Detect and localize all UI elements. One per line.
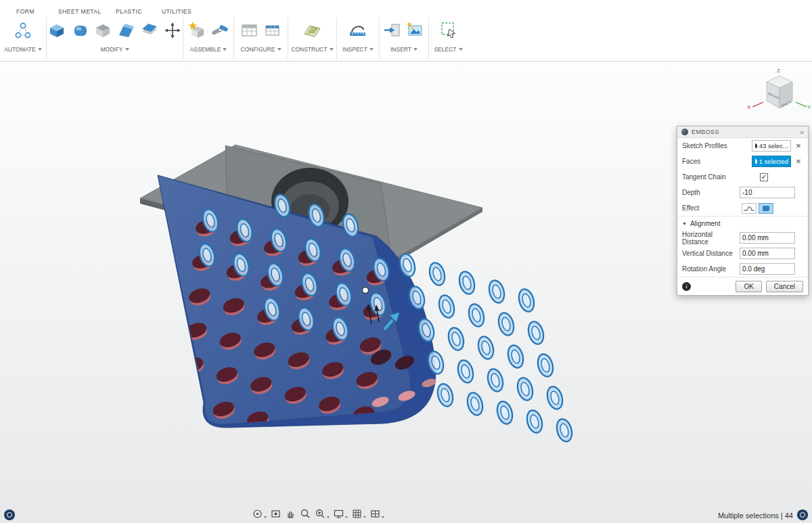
info-icon[interactable]: i	[682, 282, 691, 291]
group-select: SELECT	[428, 18, 468, 60]
rotation-angle-input[interactable]	[740, 263, 795, 275]
thicken-button[interactable]	[139, 20, 160, 43]
insert-menu[interactable]: INSERT	[390, 46, 418, 53]
sketch-profile[interactable]	[476, 335, 496, 361]
grid-icon	[351, 508, 363, 520]
automate-button[interactable]	[12, 20, 34, 43]
fillet-button[interactable]	[70, 20, 91, 43]
cursor-icon	[754, 158, 757, 165]
alignment-section-header[interactable]: ▼ Alignment	[677, 216, 808, 230]
construct-menu[interactable]: CONSTRUCT	[291, 46, 333, 53]
dropdown-caret-icon	[330, 48, 334, 51]
press-pull-button[interactable]	[47, 20, 68, 43]
look-at-button[interactable]	[269, 507, 282, 520]
pan-button[interactable]	[284, 507, 297, 520]
automate-menu[interactable]: AUTOMATE	[4, 46, 41, 53]
sketch-profile[interactable]	[535, 353, 556, 378]
modify-menu[interactable]: MODIFY	[100, 46, 129, 53]
horizontal-distance-input[interactable]	[740, 232, 795, 244]
measure-button[interactable]	[347, 20, 369, 43]
orbit-button[interactable]	[251, 507, 267, 520]
zoom-button[interactable]	[299, 507, 312, 520]
sketch-profile[interactable]	[495, 400, 515, 426]
ok-button[interactable]: OK	[736, 281, 761, 292]
sketch-profile[interactable]	[455, 359, 476, 384]
joint-button[interactable]	[209, 20, 231, 43]
sketch-profile[interactable]	[524, 409, 545, 434]
configure-table-icon	[240, 20, 260, 41]
inspect-menu[interactable]: INSPECT	[342, 46, 374, 53]
sketch-profiles-clear-button[interactable]: ✕	[794, 142, 803, 150]
canvas-image-button[interactable]	[405, 20, 426, 43]
effect-emboss-button[interactable]	[742, 203, 757, 214]
emboss-dialog: EMBOSS » Sketch Profiles 43 selec... ✕ F…	[677, 126, 809, 296]
dropdown-caret-icon	[264, 516, 267, 518]
alignment-label: Alignment	[690, 220, 720, 227]
job-status-badge[interactable]	[4, 509, 15, 520]
vertical-distance-input[interactable]	[740, 248, 795, 259]
dropdown-caret-icon	[363, 516, 366, 518]
depth-input[interactable]	[740, 187, 795, 198]
sketch-profile[interactable]	[505, 344, 526, 369]
display-settings-button[interactable]	[332, 507, 348, 520]
new-component-button[interactable]	[186, 20, 208, 43]
sketch-profile[interactable]	[554, 417, 574, 443]
tangent-chain-row: Tangent Chain ✓	[677, 169, 808, 185]
select-menu[interactable]: SELECT	[434, 46, 462, 53]
sketch-profile[interactable]	[526, 320, 546, 346]
emboss-command-icon	[681, 129, 688, 135]
sketch-profile[interactable]	[465, 391, 485, 417]
sketch-profile[interactable]	[545, 385, 565, 411]
sketch-profile[interactable]	[485, 367, 505, 393]
select-button[interactable]	[438, 20, 459, 43]
sketch-profiles-selection-button[interactable]: 43 selec...	[752, 140, 791, 152]
manipulator-origin-handle[interactable]	[363, 288, 369, 294]
configure-menu[interactable]: CONFIGURE	[241, 46, 281, 53]
automate-icon	[13, 20, 33, 41]
hole	[177, 390, 202, 412]
user-icon	[800, 512, 805, 518]
tab-utilities[interactable]: UTILITIES	[162, 8, 191, 15]
sketch-profile[interactable]	[436, 294, 457, 319]
dropdown-caret-icon	[382, 516, 384, 518]
move-copy-button[interactable]	[162, 20, 183, 43]
sketch-profile[interactable]	[435, 382, 455, 408]
insert-button[interactable]	[382, 20, 403, 43]
tab-sheet-metal[interactable]: SHEET METAL	[58, 8, 102, 15]
configure-table-button[interactable]	[239, 20, 261, 43]
faces-clear-button[interactable]: ✕	[794, 158, 803, 165]
viewports-button[interactable]	[369, 507, 385, 520]
sketch-profile[interactable]	[496, 311, 516, 337]
sketch-profile[interactable]	[487, 279, 507, 304]
joint-icon	[210, 20, 230, 41]
tangent-chain-label: Tangent Chain	[682, 173, 760, 181]
configure-features-icon	[263, 20, 283, 41]
faces-selection-button[interactable]: 1 selected	[752, 156, 791, 167]
configure-features-button[interactable]	[262, 20, 284, 43]
fusion-window: FORM SHEET METAL PLASTIC UTILITIES	[0, 0, 812, 523]
fit-button[interactable]	[314, 507, 330, 520]
depth-row: Depth	[677, 185, 808, 200]
dialog-expand-icon[interactable]: »	[800, 129, 804, 136]
group-insert: INSERT	[379, 18, 428, 60]
effect-deboss-button[interactable]	[759, 203, 773, 214]
viewcube[interactable]: X Y Z RIGHT BACK	[747, 68, 811, 110]
sketch-profile[interactable]	[446, 326, 466, 352]
sketch-profile[interactable]	[457, 270, 477, 296]
user-badge[interactable]	[797, 509, 808, 520]
draft-button[interactable]	[116, 20, 137, 43]
dialog-header[interactable]: EMBOSS »	[677, 127, 808, 138]
sketch-profile[interactable]	[466, 302, 487, 328]
sketch-profile[interactable]	[516, 288, 537, 313]
sketch-profile[interactable]	[515, 376, 535, 402]
assemble-menu[interactable]: ASSEMBLE	[190, 46, 227, 53]
cancel-button[interactable]: Cancel	[766, 281, 803, 292]
shell-button[interactable]	[93, 20, 114, 43]
tangent-chain-checkbox[interactable]: ✓	[760, 173, 768, 181]
sketch-profile[interactable]	[427, 261, 447, 287]
grid-snaps-button[interactable]	[351, 507, 367, 520]
faces-label: Faces	[682, 158, 752, 165]
tab-plastic[interactable]: PLASTIC	[116, 8, 142, 15]
construction-plane-button[interactable]	[302, 20, 323, 43]
tab-form[interactable]: FORM	[16, 8, 35, 15]
